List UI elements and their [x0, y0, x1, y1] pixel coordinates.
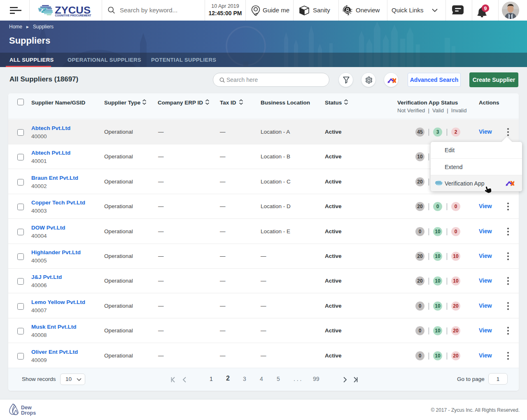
- svg-text:COGNITIVE PROCUREMENT: COGNITIVE PROCUREMENT: [55, 14, 91, 17]
- svg-text:Dew: Dew: [21, 405, 32, 411]
- svg-text:Drops: Drops: [21, 410, 36, 416]
- svg-text:9: 9: [484, 6, 487, 12]
